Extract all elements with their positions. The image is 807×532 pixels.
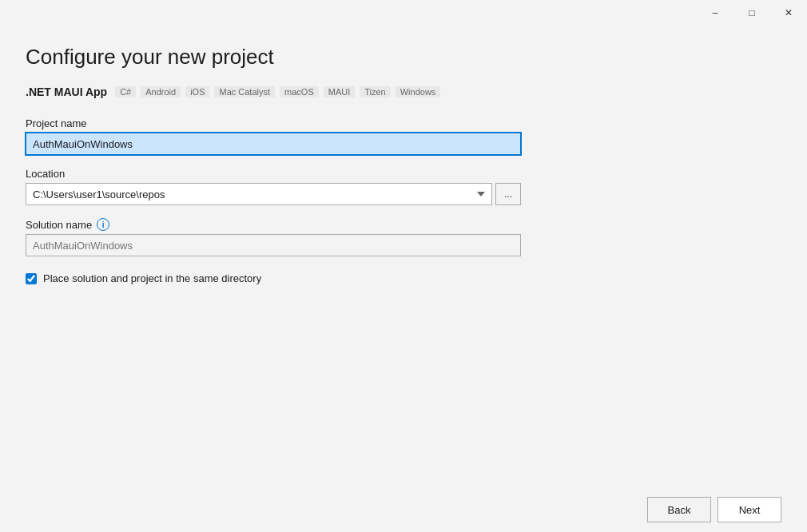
location-group: Location C:\Users\user1\source\repos ... [26,168,521,205]
main-content: Configure your new project .NET MAUI App… [0,26,807,487]
same-directory-checkbox[interactable] [26,273,37,284]
solution-name-label: Solution name [26,219,92,231]
checkbox-row: Place solution and project in the same d… [26,272,521,284]
project-name-label: Project name [26,117,521,129]
minimize-button[interactable]: – [697,0,733,26]
close-button[interactable]: ✕ [770,0,807,26]
footer: Back Next [0,487,807,532]
project-name-group: Project name [26,117,521,155]
form-section: Project name Location C:\Users\user1\sou… [26,117,521,284]
title-bar: – □ ✕ [0,0,807,26]
info-icon[interactable]: i [97,218,109,231]
title-bar-controls: – □ ✕ [697,0,807,26]
solution-name-label-row: Solution name i [26,218,521,231]
maximize-icon: □ [749,7,754,18]
close-icon: ✕ [785,7,793,18]
project-type-name: .NET MAUI App [26,85,107,98]
same-directory-label[interactable]: Place solution and project in the same d… [43,272,261,284]
project-type-header: .NET MAUI App C# Android iOS Mac Catalys… [26,85,781,98]
next-button[interactable]: Next [718,497,781,522]
project-name-input[interactable] [26,133,521,155]
location-select[interactable]: C:\Users\user1\source\repos [26,183,492,205]
tag-csharp: C# [115,86,136,97]
location-label: Location [26,168,521,180]
tag-android: Android [141,86,181,97]
tag-windows: Windows [396,86,441,97]
tag-macos: macOS [280,86,319,97]
tag-tizen: Tizen [360,86,391,97]
tag-ios: iOS [185,86,209,97]
tag-list: C# Android iOS Mac Catalyst macOS MAUI T… [115,86,440,97]
solution-name-input[interactable] [26,234,521,256]
browse-icon: ... [504,189,512,200]
solution-name-group: Solution name i [26,218,521,256]
tag-mac-catalyst: Mac Catalyst [214,86,275,97]
browse-button[interactable]: ... [495,183,521,205]
configure-project-window: – □ ✕ Configure your new project .NET MA… [0,0,807,532]
page-title: Configure your new project [26,45,781,69]
tag-maui: MAUI [324,86,356,97]
back-button[interactable]: Back [647,497,711,522]
maximize-button[interactable]: □ [733,0,770,26]
location-row: C:\Users\user1\source\repos ... [26,183,521,205]
minimize-icon: – [713,7,718,18]
